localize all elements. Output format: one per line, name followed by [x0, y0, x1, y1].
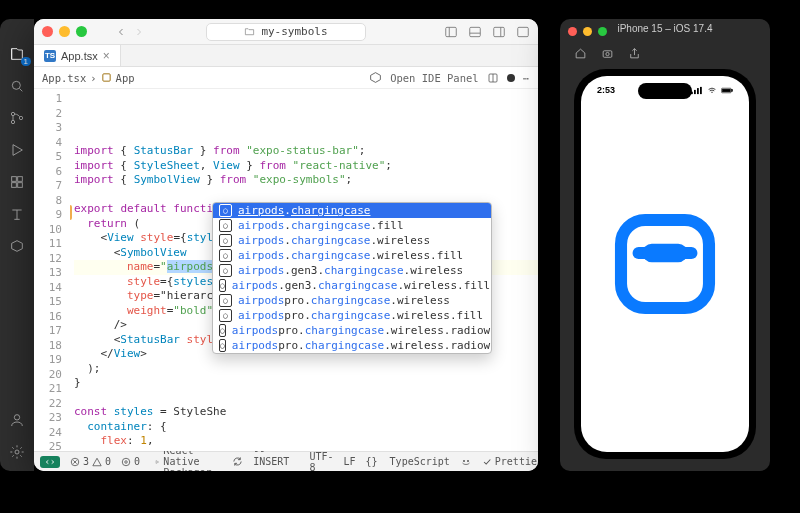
status-eol[interactable]: LF: [343, 456, 355, 467]
share-icon[interactable]: [628, 47, 641, 60]
open-ide-panel-button[interactable]: Open IDE Panel: [390, 72, 479, 84]
status-encoding[interactable]: UTF-8: [309, 451, 333, 472]
svg-rect-4: [12, 177, 17, 182]
activity-scm[interactable]: [8, 109, 26, 127]
svg-rect-7: [18, 183, 23, 188]
autocomplete-item[interactable]: ○ airpodspro.chargingcase.wireless.radio…: [213, 338, 491, 353]
status-ports[interactable]: 0: [121, 456, 140, 467]
constant-icon: ○: [219, 294, 232, 307]
layout-secondary-icon[interactable]: [492, 25, 506, 39]
svg-point-1: [11, 112, 14, 115]
iphone-screen[interactable]: 2:53: [581, 76, 749, 452]
code-line[interactable]: container: {: [74, 420, 538, 435]
autocomplete-item[interactable]: ○ airpodspro.chargingcase.wireless.radio…: [213, 323, 491, 338]
autocomplete-item[interactable]: ○ airpods.chargingcase: [213, 203, 491, 218]
constant-icon: ○: [219, 204, 232, 217]
more-icon[interactable]: ⋯: [523, 72, 530, 84]
activity-text-tool[interactable]: [8, 205, 26, 223]
svg-point-9: [15, 450, 19, 454]
minimize-button[interactable]: [59, 26, 70, 37]
svg-rect-6: [12, 183, 17, 188]
autocomplete-popup[interactable]: ○ airpods.chargingcase ○ airpods.chargin…: [212, 202, 492, 354]
tab-app-tsx[interactable]: TS App.tsx ×: [34, 45, 121, 66]
activity-extensions[interactable]: [8, 173, 26, 191]
code-line[interactable]: );: [74, 362, 538, 377]
autocomplete-label: airpods.chargingcase.wireless.fill: [238, 249, 463, 262]
svg-point-0: [12, 81, 20, 89]
svg-point-17: [125, 460, 128, 463]
dynamic-island: [638, 83, 692, 99]
autocomplete-item[interactable]: ○ airpods.chargingcase.wireless: [213, 233, 491, 248]
svg-rect-10: [446, 27, 457, 36]
ide-window: my-symbols TS App.tsx × App.tsx › App Op…: [34, 19, 538, 471]
svg-rect-11: [470, 27, 481, 36]
code-line[interactable]: [74, 188, 538, 203]
code-area[interactable]: import { StatusBar } from "expo-status-b…: [70, 89, 538, 451]
autocomplete-item[interactable]: ○ airpods.gen3.chargingcase.wireless.fil…: [213, 278, 491, 293]
svg-rect-5: [18, 177, 23, 182]
autocomplete-item[interactable]: ○ airpodspro.chargingcase.wireless: [213, 293, 491, 308]
svg-point-21: [606, 52, 609, 55]
layout-bottom-icon[interactable]: [468, 25, 482, 39]
panel-toggle-icon[interactable]: [487, 72, 499, 84]
status-copilot[interactable]: [460, 456, 472, 468]
autocomplete-item[interactable]: ○ airpods.chargingcase.wireless.fill: [213, 248, 491, 263]
tab-close-icon[interactable]: ×: [103, 49, 110, 63]
layout-customize-icon[interactable]: [516, 25, 530, 39]
activity-account[interactable]: [8, 411, 26, 429]
expo-icon[interactable]: [369, 71, 382, 84]
code-line[interactable]: import { StyleSheet, View } from "react-…: [74, 159, 538, 174]
sim-titlebar: iPhone 15 – iOS 17.4: [560, 19, 770, 43]
activity-search[interactable]: [8, 77, 26, 95]
constant-icon: ○: [219, 264, 232, 277]
autocomplete-label: airpodspro.chargingcase.wireless.radiowa…: [232, 339, 492, 352]
autocomplete-item[interactable]: ○ airpodspro.chargingcase.wireless.fill: [213, 308, 491, 323]
sim-title: iPhone 15 – iOS 17.4: [560, 23, 770, 34]
nav-back-icon[interactable]: [115, 26, 127, 38]
code-line[interactable]: backgroundColor: "#fff",: [74, 449, 538, 452]
status-bar: 3 0 0 React Native Packager -- INSERT --…: [34, 451, 538, 471]
code-line[interactable]: flex: 1,: [74, 434, 538, 449]
simulator-window: iPhone 15 – iOS 17.4 2:53: [560, 19, 770, 471]
status-lang[interactable]: {} TypeScript: [366, 456, 450, 467]
layout-primary-icon[interactable]: [444, 25, 458, 39]
svg-point-2: [11, 120, 14, 123]
airpods-chargingcase-icon: [610, 209, 720, 319]
status-prettier[interactable]: Prettier: [482, 456, 538, 467]
remote-indicator[interactable]: [40, 456, 60, 468]
activity-run[interactable]: [8, 141, 26, 159]
svg-rect-14: [102, 74, 109, 81]
activity-live[interactable]: [8, 237, 26, 255]
gutter: 1234567891011121314151617181920212223242…: [34, 89, 70, 451]
code-line[interactable]: import { SymbolView } from "expo-symbols…: [74, 173, 538, 188]
screenshot-icon[interactable]: [601, 47, 614, 60]
autocomplete-label: airpods.chargingcase.fill: [238, 219, 404, 232]
breakpoint-marker[interactable]: [70, 205, 72, 220]
home-icon[interactable]: [574, 47, 587, 60]
activity-settings[interactable]: [8, 443, 26, 461]
record-icon[interactable]: [507, 74, 515, 82]
autocomplete-item[interactable]: ○ airpods.chargingcase.fill: [213, 218, 491, 233]
maximize-button[interactable]: [76, 26, 87, 37]
autocomplete-item[interactable]: ○ airpods.gen3.chargingcase.wireless: [213, 263, 491, 278]
status-problems[interactable]: 3 0: [70, 456, 111, 467]
code-line[interactable]: import { StatusBar } from "expo-status-b…: [74, 144, 538, 159]
command-center[interactable]: my-symbols: [206, 23, 366, 41]
nav-fwd-icon[interactable]: [133, 26, 145, 38]
svg-rect-12: [494, 27, 505, 36]
code-line[interactable]: const styles = StyleShe: [74, 405, 538, 420]
project-title: my-symbols: [261, 25, 327, 38]
svg-rect-13: [518, 27, 529, 36]
sim-toolbar: [560, 43, 770, 63]
ide-titlebar: my-symbols: [34, 19, 538, 45]
close-button[interactable]: [42, 26, 53, 37]
activity-explorer[interactable]: [8, 45, 26, 63]
svg-point-3: [19, 116, 22, 119]
breadcrumb-bar: App.tsx › App Open IDE Panel ⋯: [34, 67, 538, 89]
code-line[interactable]: [74, 391, 538, 406]
status-sync[interactable]: [232, 456, 243, 467]
code-line[interactable]: }: [74, 376, 538, 391]
breadcrumb[interactable]: App.tsx › App: [42, 72, 135, 84]
editor[interactable]: 1234567891011121314151617181920212223242…: [34, 89, 538, 451]
symbol-icon: [101, 72, 112, 83]
